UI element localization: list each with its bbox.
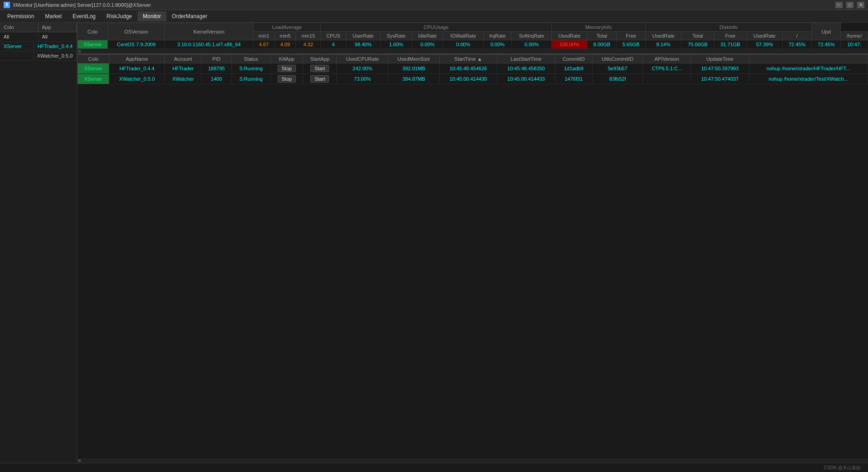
app-starttime-2: 10:45:00.414430 [439,74,497,84]
minimize-button[interactable]: ─ [835,2,843,8]
monitor-mem-usedrate: 8.14% [646,40,682,49]
monitor-table: Colo OSVersion KernelVersion LoadAverage… [77,23,868,49]
sidebar-row-xwatcher[interactable]: XWatcher_0.5.0 [0,51,77,61]
th-app-updatetime: UpdateTime [691,55,749,63]
sidebar-row-all[interactable]: All All [0,32,77,42]
monitor-hscroll[interactable] [77,49,868,54]
menu-riskjudge[interactable]: RiskJudge [101,11,137,21]
th-app-killapp: KillApp [270,55,303,63]
stop-button-2[interactable]: Stop [278,75,296,83]
titlebar-controls[interactable]: ─ □ ✕ [835,2,864,8]
sidebar-app-all: All [39,32,77,41]
start-button-2[interactable]: Start [310,75,329,83]
app-table: Colo AppName Account PID Status KillApp … [77,54,868,84]
app-usedcpurate-2: 73.00% [337,74,388,84]
app-colo-2: XServer [78,74,109,84]
app-apiversion-2 [643,74,691,84]
app-killapp-1[interactable]: Stop [270,63,303,74]
stop-button-1[interactable]: Stop [278,65,296,72]
sidebar-app-header: App [39,23,77,32]
app-laststarttime-2: 10:45:00.414433 [497,74,555,84]
monitor-table-container[interactable]: Colo OSVersion KernelVersion LoadAverage… [77,23,868,49]
titlebar-title: XMonitor [UserName:admin] Server[127.0.0… [13,2,151,8]
app-pid-1: 188795 [201,63,231,74]
monitor-colo: XServer [78,40,108,49]
monitor-usedrate: 100.00% [551,40,587,49]
menu-monitor[interactable]: Monitor [137,11,167,21]
sidebar-app-hftrader: HFTrader_0.4.4 [34,42,77,51]
bottom-bar: CSDN @天山老妖 [0,463,868,472]
th-userrate: UserRate [346,32,380,40]
th-iowaitrate: IOWaitRate [443,32,484,40]
app-account-1: HFTrader [165,63,201,74]
th-cpuusage: CPUUsage [321,23,552,32]
monitor-osversion: CentOS 7.9.2009 [108,40,165,49]
scroll-thumb [78,50,81,53]
th-mem-usedrate: UsedRate [646,32,682,40]
app-account-2: XWatcher [165,74,201,84]
th-app-apiversion: APIVersion [643,55,691,63]
sidebar-colo-header: Colo [0,23,39,32]
th-app-colo: Colo [78,55,109,63]
monitor-mem-free: 5.65GB [617,40,646,49]
th-softirqrate: SoftIrqRate [512,32,552,40]
menu-eventlog[interactable]: EventLog [67,11,101,21]
bottom-bar-text: CSDN @天山老妖 [824,465,861,471]
menubar: Permission Market EventLog RiskJudge Mon… [0,10,868,23]
app-row-xwatcher: XServer XWatcher_0.5.0 XWatcher 1400 S:R… [78,74,868,84]
th-app-usedmemsize: UsedMemSize [388,55,440,63]
monitor-userrate: 98.40% [346,40,380,49]
monitor-row-xserver: XServer CentOS 7.9.2009 3.10.0-1160.45.1… [78,40,868,49]
th-app-commitid: CommitID [555,55,593,63]
sidebar-colo-all: All [0,32,39,41]
menu-permission[interactable]: Permission [2,11,39,21]
th-disk-total: Total [682,32,714,40]
app-killapp-2[interactable]: Stop [270,74,303,84]
th-disk-free: Free [714,32,747,40]
app-hscroll[interactable] [77,458,868,463]
menu-market[interactable]: Market [39,11,67,21]
start-button-1[interactable]: Start [310,65,329,72]
th-upd: Upd [812,23,841,40]
app-startapp-2[interactable]: Start [303,74,337,84]
sidebar-row-hftrader[interactable]: XServer HFTrader_0.4.4 [0,42,77,51]
close-button[interactable]: ✕ [857,2,864,8]
th-mem-total: Total [587,32,616,40]
monitor-upd: 10:47: [841,40,868,49]
monitor-disk-slash: 72.45% [783,40,812,49]
app-name-2: XWatcher_0.5.0 [109,74,165,84]
titlebar: X XMonitor [UserName:admin] Server[127.0… [0,0,868,10]
monitor-softirqrate: 0.00% [512,40,552,49]
th-memoryinfo: MemoryInfo [551,23,645,32]
monitor-disk-total: 75.00GB [682,40,714,49]
th-app-starttime: StartTime ▲ [439,55,497,63]
app-startapp-1[interactable]: Start [303,63,337,74]
th-app-account: Account [165,55,201,63]
app-section: Colo AppName Account PID Status KillApp … [77,54,868,472]
monitor-min1: 4.67 [253,40,275,49]
app-name-1: HFTrader_0.4.4 [109,63,165,74]
monitor-iowaitrate: 0.00% [443,40,484,49]
app-utilscommitid-1: 5e93b57 [593,63,643,74]
menu-ordermanager[interactable]: OrderManager [167,11,213,21]
th-app-laststarttime: LastStartTime [497,55,555,63]
app-laststarttime-1: 10:45:48.458350 [497,63,555,74]
th-mem-free: Free [617,32,646,40]
monitor-section: Colo OSVersion KernelVersion LoadAverage… [77,23,868,54]
app-cmd-2: nohup /home/xtrader/Test/XWatch... [749,74,868,84]
app-usedcpurate-1: 242.00% [337,63,388,74]
app-commitid-1: 1d1adb9 [555,63,593,74]
app-updatetime-2: 10:47:50.474037 [691,74,749,84]
th-osversion: OSVersion [108,23,165,40]
app-commitid-2: 1476f31 [555,74,593,84]
monitor-disk-usedrate: 57.39% [747,40,783,49]
th-kernelversion: KernelVersion [165,23,253,40]
app-starttime-1: 10:45:48.454626 [439,63,497,74]
app-scroll-thumb [78,459,81,462]
app-colo-1: XServer [78,63,109,74]
th-usedrate-cpu: UsedRate [551,32,587,40]
app-table-container[interactable]: Colo AppName Account PID Status KillApp … [77,54,868,472]
maximize-button[interactable]: □ [846,2,853,8]
th-loadaverage: LoadAverage [253,23,321,32]
app-status-2: S:Running [231,74,270,84]
